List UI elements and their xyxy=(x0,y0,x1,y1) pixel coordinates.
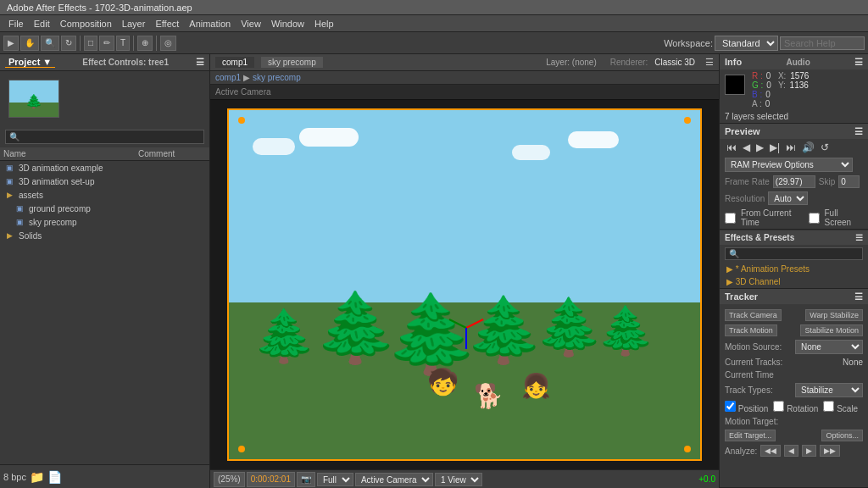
effects-item-3d[interactable]: ▶ 3D Channel xyxy=(720,275,868,288)
analyze-backward-all-btn[interactable]: ◀◀ xyxy=(760,445,781,457)
audio-tab[interactable]: Audio xyxy=(786,58,810,67)
info-header: Info Audio ☰ xyxy=(720,54,868,69)
menu-effect[interactable]: Effect xyxy=(150,19,184,29)
list-item[interactable]: ▣ 3D animation example xyxy=(0,161,209,175)
tool-shape[interactable]: □ xyxy=(84,36,97,51)
composition-canvas[interactable]: 🌲 🌲 🌲 🌲 🌲 🌲 🧒 🐕 👧 xyxy=(210,100,719,469)
effects-search-input[interactable] xyxy=(725,247,863,260)
tree-left: 🌲 xyxy=(253,311,316,362)
breadcrumb-comp1[interactable]: comp1 xyxy=(215,73,241,82)
bit-depth-label[interactable]: 8 bpc xyxy=(3,472,26,482)
menu-file[interactable]: File xyxy=(3,19,29,29)
breadcrumb-sky[interactable]: sky precomp xyxy=(253,73,301,82)
new-comp-btn[interactable]: 📄 xyxy=(47,470,62,484)
cloud xyxy=(253,138,295,155)
framerate-input[interactable] xyxy=(773,175,815,188)
g-label: G : xyxy=(752,80,763,90)
menu-help[interactable]: Help xyxy=(309,19,339,29)
comp-quality-select[interactable]: Full xyxy=(317,473,353,486)
preview-audio[interactable]: 🔊 xyxy=(800,141,816,153)
tool-text[interactable]: T xyxy=(116,36,130,51)
preview-options-select[interactable]: RAM Preview Options xyxy=(725,158,853,172)
analyze-forward-all-btn[interactable]: ▶▶ xyxy=(820,445,840,457)
menu-window[interactable]: Window xyxy=(266,19,309,29)
preview-first[interactable]: ⏮ xyxy=(725,141,738,153)
tool-rotate[interactable]: ↻ xyxy=(61,36,76,51)
rotation-check-label[interactable]: Rotation xyxy=(773,401,818,413)
3d-axes xyxy=(441,302,492,353)
title-bar: Adobe After Effects - 1702-3D-animation.… xyxy=(0,0,868,15)
preview-menu[interactable]: ☰ xyxy=(854,126,863,137)
scale-checkbox[interactable] xyxy=(823,401,834,412)
full-screen-label: Full Screen xyxy=(825,208,864,227)
list-item[interactable]: ▣ sky precomp xyxy=(0,215,209,229)
g-value: 0 xyxy=(766,80,771,90)
search-input[interactable] xyxy=(780,36,865,50)
comp-tab-comp1[interactable]: comp1 xyxy=(215,57,254,68)
analyze-forward-btn[interactable]: ▶ xyxy=(802,445,816,457)
comp-timecode-btn[interactable]: 0:00:02:01 xyxy=(247,472,295,487)
warp-stabilize-btn[interactable]: Warp Stabilize xyxy=(805,309,863,321)
comp-tab-sky[interactable]: sky precomp xyxy=(261,57,323,68)
r-label: R : xyxy=(752,71,763,80)
scale-check-label[interactable]: Scale xyxy=(823,401,858,413)
preview-loop[interactable]: ↺ xyxy=(819,141,831,153)
tool-zoom[interactable]: 🔍 xyxy=(41,36,59,51)
analyze-row: Analyze: ◀◀ ◀ ▶ ▶▶ xyxy=(725,443,863,458)
track-types-select[interactable]: Stabilize xyxy=(795,383,863,397)
track-checkboxes-row: Position Rotation Scale xyxy=(725,399,863,415)
preview-prev-frame[interactable]: ◀ xyxy=(741,141,752,153)
list-item[interactable]: ▶ Solids xyxy=(0,229,209,242)
tool-puppet[interactable]: ⊕ xyxy=(137,36,153,51)
menu-view[interactable]: View xyxy=(236,19,266,29)
renderer-label: Renderer: xyxy=(610,58,648,67)
workspace-select[interactable]: Standard xyxy=(715,36,778,51)
menu-composition[interactable]: Composition xyxy=(55,19,117,29)
toolbar-sep2 xyxy=(133,36,134,51)
full-screen-checkbox[interactable] xyxy=(809,213,820,224)
resolution-select[interactable]: Auto xyxy=(768,191,808,205)
layer-none-label: Layer: (none) xyxy=(546,58,596,67)
options-btn[interactable]: Options... xyxy=(821,430,863,441)
tool-3d-camera[interactable]: ◎ xyxy=(160,36,176,51)
comp-views-select[interactable]: 1 View xyxy=(435,473,482,486)
preview-next-frame[interactable]: ▶| xyxy=(768,141,782,153)
track-motion-btn[interactable]: Track Motion xyxy=(725,324,777,336)
new-folder-btn[interactable]: 📁 xyxy=(30,470,44,484)
list-item[interactable]: ▣ 3D animation set-up xyxy=(0,175,209,188)
stabilize-motion-btn[interactable]: Stabilize Motion xyxy=(800,324,863,336)
rotation-checkbox[interactable] xyxy=(773,401,784,412)
project-search-input[interactable] xyxy=(5,130,204,144)
info-menu[interactable]: ☰ xyxy=(854,57,863,68)
motion-source-select[interactable]: None xyxy=(795,340,863,354)
analyze-backward-btn[interactable]: ◀ xyxy=(784,445,798,457)
tool-select[interactable]: ▶ xyxy=(3,36,19,51)
menu-layer[interactable]: Layer xyxy=(117,19,151,29)
col-name-header: Name xyxy=(3,149,138,158)
panel-menu-icon[interactable]: ☰ xyxy=(196,57,204,68)
comp-zoom-btn[interactable]: (25%) xyxy=(214,472,245,487)
track-camera-btn[interactable]: Track Camera xyxy=(725,309,782,321)
project-tab[interactable]: Project ▼ xyxy=(5,57,55,68)
position-checkbox[interactable] xyxy=(725,401,736,412)
menu-edit[interactable]: Edit xyxy=(29,19,55,29)
comp-snapshot-btn[interactable]: 📷 xyxy=(297,472,315,487)
renderer-value: Classic 3D xyxy=(654,58,695,67)
preview-framerate-row: Frame Rate Skip xyxy=(720,174,868,190)
preview-play[interactable]: ▶ xyxy=(754,141,765,153)
list-item[interactable]: ▣ ground precomp xyxy=(0,202,209,215)
tool-hand[interactable]: ✋ xyxy=(20,36,39,51)
list-item[interactable]: ▶ assets xyxy=(0,188,209,202)
tracker-menu[interactable]: ☰ xyxy=(854,291,863,302)
preview-last[interactable]: ⏭ xyxy=(784,141,798,153)
position-check-label[interactable]: Position xyxy=(725,401,768,413)
from-current-checkbox[interactable] xyxy=(725,213,736,224)
edit-target-btn[interactable]: Edit Target... xyxy=(725,430,776,441)
menu-animation[interactable]: Animation xyxy=(184,19,236,29)
tool-pen[interactable]: ✏ xyxy=(99,36,114,51)
effects-item-animation[interactable]: ▶ * Animation Presets xyxy=(720,263,868,275)
comp-view-select[interactable]: Active Camera xyxy=(355,473,433,486)
effects-menu[interactable]: ☰ xyxy=(855,233,863,242)
comp-panel-menu[interactable]: ☰ xyxy=(705,57,714,68)
skip-input[interactable] xyxy=(838,175,860,188)
